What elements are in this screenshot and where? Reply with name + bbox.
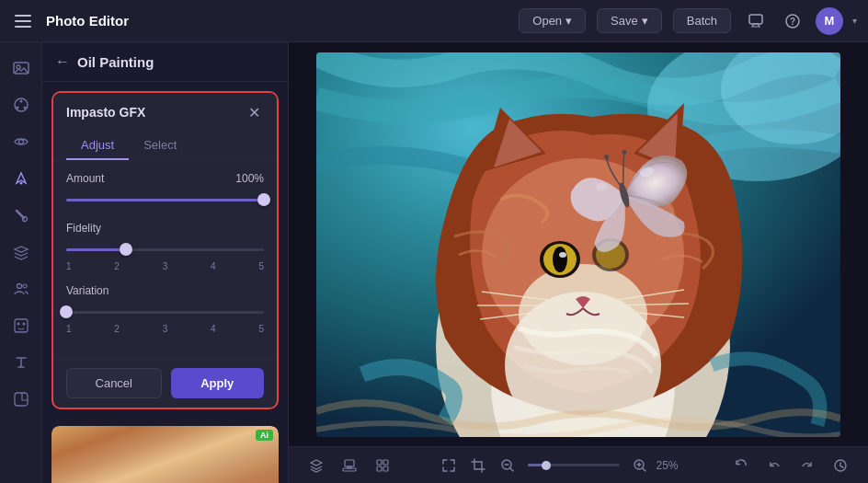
layers-button[interactable] xyxy=(303,453,329,478)
svg-point-10 xyxy=(19,182,22,185)
crop-button[interactable] xyxy=(465,453,491,478)
toolbar-left xyxy=(303,453,395,478)
close-icon: ✕ xyxy=(248,104,260,121)
left-sidebar xyxy=(0,42,42,483)
canvas-image xyxy=(316,52,840,437)
svg-rect-37 xyxy=(345,460,354,466)
help-icon-button[interactable]: ? xyxy=(779,7,806,35)
avatar[interactable]: M xyxy=(816,7,843,35)
back-icon: ← xyxy=(55,53,70,70)
canvas-viewport[interactable] xyxy=(289,42,868,446)
svg-point-28 xyxy=(553,247,567,272)
open-button[interactable]: Open ▾ xyxy=(519,8,586,33)
history-button[interactable] xyxy=(828,453,853,478)
sidebar-icon-adjust[interactable] xyxy=(5,88,38,121)
stamp-button[interactable] xyxy=(337,453,362,478)
comment-icon-button[interactable] xyxy=(742,7,770,35)
dialog-header: Impasto GFX ✕ xyxy=(53,93,277,132)
panel-header: ← Oil Painting xyxy=(42,42,288,82)
tab-select[interactable]: Select xyxy=(129,132,191,160)
svg-point-16 xyxy=(22,323,25,326)
svg-rect-14 xyxy=(15,319,28,332)
dialog-tabs: Adjust Select xyxy=(53,132,277,161)
sidebar-icon-effects[interactable] xyxy=(5,162,38,195)
thumbnail-realist[interactable]: Realist GFX Ai xyxy=(51,426,279,483)
undo-button[interactable] xyxy=(761,453,787,478)
variation-slider[interactable] xyxy=(66,303,264,321)
toolbar-right xyxy=(728,453,853,478)
svg-point-13 xyxy=(23,284,27,288)
redo-button[interactable] xyxy=(794,453,820,478)
zoom-slider[interactable] xyxy=(528,464,620,466)
variation-slider-group: Variation 1 2 3 4 5 xyxy=(66,284,264,334)
svg-rect-42 xyxy=(377,466,382,471)
avatar-chevron-icon: ▾ xyxy=(852,16,857,26)
thumbnail-ai-badge: Ai xyxy=(256,430,273,441)
panel-title: Oil Painting xyxy=(77,54,154,70)
svg-point-8 xyxy=(23,107,26,109)
main-content: ← Oil Painting Impasto GFX ✕ Adjust Sele… xyxy=(0,42,868,483)
chevron-down-icon: ▾ xyxy=(642,14,648,28)
sidebar-icon-sticker[interactable] xyxy=(5,383,38,416)
batch-button[interactable]: Batch xyxy=(673,8,731,33)
impasto-dialog: Impasto GFX ✕ Adjust Select Amount 100% xyxy=(51,91,279,409)
svg-rect-43 xyxy=(383,466,388,471)
svg-text:?: ? xyxy=(790,17,795,27)
topbar-right: ? M ▾ xyxy=(742,7,857,35)
amount-slider[interactable] xyxy=(66,190,264,209)
fidelity-label: Fidelity xyxy=(66,222,101,235)
grid-button[interactable] xyxy=(370,453,395,478)
amount-value: 100% xyxy=(235,172,264,185)
sidebar-icon-layers[interactable] xyxy=(5,236,38,269)
svg-point-12 xyxy=(17,284,21,289)
dialog-title: Impasto GFX xyxy=(66,105,145,120)
variation-label: Variation xyxy=(66,284,108,297)
amount-slider-group: Amount 100% xyxy=(66,172,264,209)
panel: ← Oil Painting Impasto GFX ✕ Adjust Sele… xyxy=(42,42,289,483)
chevron-down-icon: ▾ xyxy=(565,14,572,28)
topbar: Photo Editor Open ▾ Save ▾ Batch ? M ▾ xyxy=(0,0,868,42)
amount-label: Amount xyxy=(66,172,104,185)
sidebar-icon-eye[interactable] xyxy=(5,125,38,158)
zoom-in-button[interactable] xyxy=(627,453,653,478)
svg-rect-40 xyxy=(377,460,382,465)
fidelity-slider-group: Fidelity 1 2 3 4 5 xyxy=(66,222,264,271)
bottom-toolbar: 25% xyxy=(289,446,868,483)
menu-icon[interactable] xyxy=(11,11,35,31)
svg-point-6 xyxy=(19,100,22,103)
cancel-button[interactable]: Cancel xyxy=(66,368,162,398)
zoom-out-button[interactable] xyxy=(495,453,520,478)
tab-adjust[interactable]: Adjust xyxy=(66,132,129,160)
sidebar-icon-people[interactable] xyxy=(5,272,38,305)
svg-rect-39 xyxy=(348,466,351,468)
thumbnails-area: Realist GFX Ai xyxy=(42,419,288,483)
svg-point-15 xyxy=(17,323,19,326)
svg-point-29 xyxy=(559,252,566,258)
apply-button[interactable]: Apply xyxy=(171,368,265,398)
back-button[interactable]: ← xyxy=(55,53,70,70)
toolbar-center: 25% xyxy=(436,453,689,478)
sidebar-icon-text[interactable] xyxy=(5,346,38,379)
zoom-percent: 25% xyxy=(657,459,689,472)
svg-rect-17 xyxy=(15,393,28,406)
sidebar-icon-brush[interactable] xyxy=(5,199,38,232)
sidebar-icon-photo[interactable] xyxy=(5,52,38,85)
dialog-close-button[interactable]: ✕ xyxy=(244,102,264,122)
app-title: Photo Editor xyxy=(46,13,129,29)
fit-button[interactable] xyxy=(436,453,462,478)
svg-rect-0 xyxy=(749,15,762,24)
svg-rect-41 xyxy=(383,460,388,465)
sidebar-icon-mask[interactable] xyxy=(5,309,38,342)
save-button[interactable]: Save ▾ xyxy=(597,8,662,33)
dialog-body: Amount 100% Fidelity xyxy=(53,161,277,358)
canvas-area: 25% xyxy=(289,42,868,483)
fidelity-slider[interactable] xyxy=(66,240,264,259)
dialog-actions: Cancel Apply xyxy=(53,358,277,408)
rotate-button[interactable] xyxy=(728,453,754,478)
svg-point-9 xyxy=(18,140,23,144)
svg-point-7 xyxy=(16,107,18,109)
